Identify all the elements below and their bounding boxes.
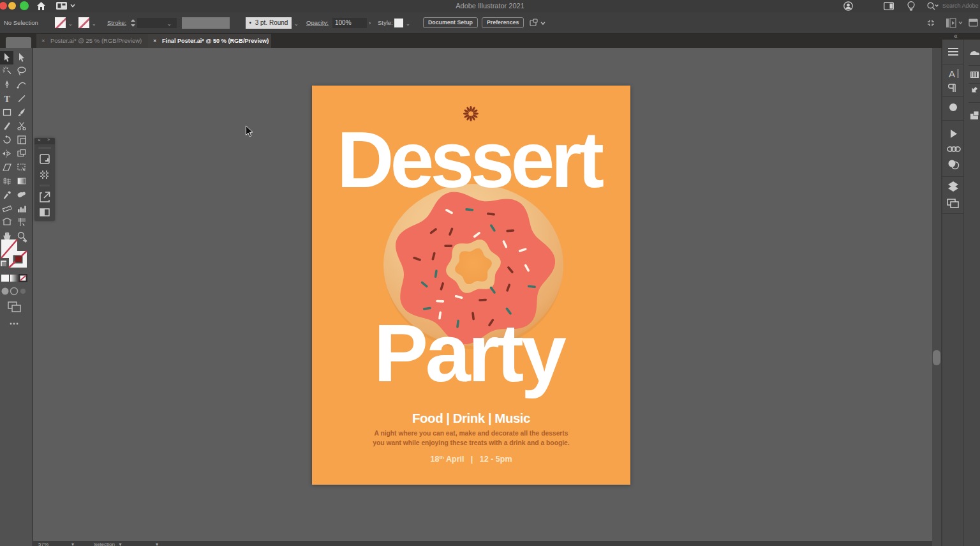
svg-text:A: A bbox=[949, 68, 955, 79]
svg-text:T: T bbox=[4, 94, 10, 104]
